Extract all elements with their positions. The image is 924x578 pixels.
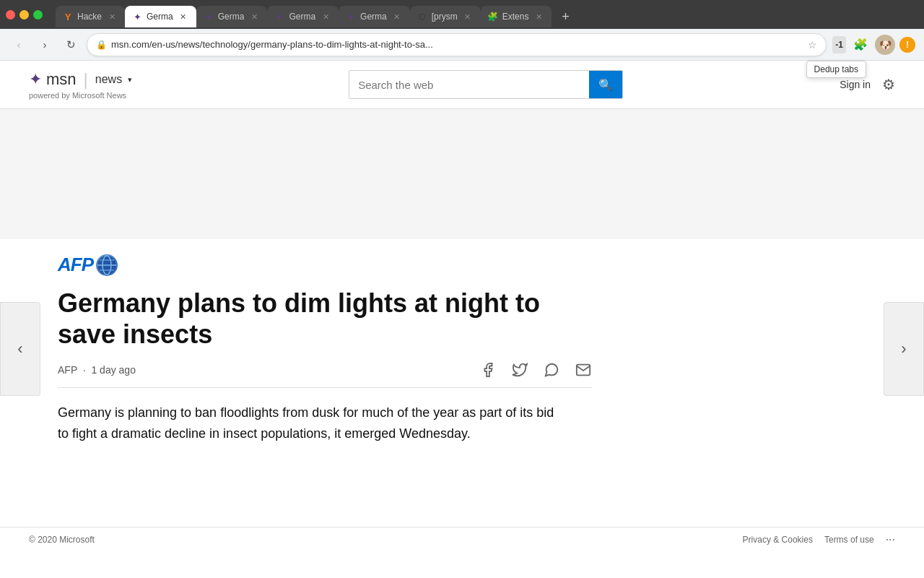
browser-tab-6[interactable]: ⬡ [prysm ✕ bbox=[410, 6, 481, 27]
header-actions: Sign in ⚙ bbox=[840, 76, 895, 93]
browser-tab-3[interactable]: ✦ Germa ✕ bbox=[196, 6, 268, 27]
browser-chrome: Y Hacke ✕ ✦ Germa ✕ ✦ Germa ✕ ✦ Germa ✕ bbox=[0, 0, 924, 61]
footer-right: Privacy & Cookies Terms of use ··· bbox=[743, 533, 895, 546]
tab-favicon-5: ✦ bbox=[346, 12, 356, 22]
traffic-lights bbox=[6, 10, 43, 20]
ext-badge-button[interactable]: -1 bbox=[832, 36, 846, 53]
tab-title-2: Germa bbox=[147, 12, 173, 22]
msn-powered-text: powered by Microsoft News bbox=[29, 91, 132, 100]
search-input[interactable] bbox=[349, 71, 589, 98]
browser-tab-7[interactable]: 🧩 Extens ✕ bbox=[481, 6, 552, 27]
tab-title-5: Germa bbox=[360, 12, 387, 22]
afp-logo-text: AFP bbox=[58, 254, 93, 276]
footer-more-button[interactable]: ··· bbox=[886, 533, 895, 546]
tab-title-4: Germa bbox=[289, 12, 315, 22]
tab-close-7[interactable]: ✕ bbox=[533, 11, 544, 22]
extensions-puzzle-icon[interactable]: 🧩 bbox=[850, 35, 871, 55]
msn-nav-label: news bbox=[95, 73, 122, 86]
next-article-button[interactable]: › bbox=[884, 302, 924, 396]
title-bar: Y Hacke ✕ ✦ Germa ✕ ✦ Germa ✕ ✦ Germa ✕ bbox=[0, 0, 924, 29]
browser-tab-1[interactable]: Y Hacke ✕ bbox=[56, 6, 125, 27]
tabs-bar: Y Hacke ✕ ✦ Germa ✕ ✦ Germa ✕ ✦ Germa ✕ bbox=[53, 1, 918, 27]
ad-space bbox=[0, 109, 924, 239]
tab-close-6[interactable]: ✕ bbox=[462, 11, 474, 22]
sign-in-button[interactable]: Sign in bbox=[840, 79, 871, 90]
afp-globe-icon bbox=[96, 254, 118, 276]
omnibar-actions: -1 🧩 🐶 ! bbox=[832, 35, 915, 55]
tab-favicon-3: ✦ bbox=[204, 12, 214, 22]
tab-favicon-2: ✦ bbox=[132, 12, 142, 22]
browser-tab-5[interactable]: ✦ Germa ✕ bbox=[339, 6, 410, 27]
page-content: ✦ msn | news ▾ powered by Microsoft News… bbox=[0, 61, 924, 552]
settings-gear-icon[interactable]: ⚙ bbox=[882, 76, 895, 93]
search-area: 🔍 bbox=[147, 70, 825, 99]
search-button[interactable]: 🔍 bbox=[589, 71, 622, 98]
close-window-button[interactable] bbox=[6, 10, 15, 20]
msn-logo-icon: ✦ bbox=[29, 70, 42, 89]
msn-header-divider: | bbox=[84, 69, 88, 90]
facebook-share-icon[interactable] bbox=[479, 361, 497, 379]
msn-logo-row: ✦ msn | news ▾ bbox=[29, 69, 132, 90]
msn-header: ✦ msn | news ▾ powered by Microsoft News… bbox=[0, 61, 924, 109]
maximize-window-button[interactable] bbox=[33, 10, 43, 20]
tab-favicon-6: ⬡ bbox=[417, 12, 427, 22]
tab-close-3[interactable]: ✕ bbox=[248, 11, 260, 22]
browser-tab-2[interactable]: ✦ Germa ✕ bbox=[125, 6, 196, 27]
tab-title-6: [prysm bbox=[432, 12, 458, 22]
msn-news-nav[interactable]: news ▾ bbox=[95, 73, 132, 86]
article-source: AFP · 1 day ago bbox=[58, 364, 136, 376]
twitter-share-icon[interactable] bbox=[511, 361, 528, 379]
bookmark-star-icon[interactable]: ☆ bbox=[808, 39, 817, 51]
forward-button[interactable]: › bbox=[35, 35, 55, 55]
article-meta: AFP · 1 day ago bbox=[58, 361, 592, 388]
msn-logo-group: ✦ msn | news ▾ powered by Microsoft News bbox=[29, 69, 132, 100]
profile-avatar-button[interactable]: 🐶 bbox=[875, 35, 895, 55]
search-icon: 🔍 bbox=[598, 78, 613, 92]
back-button[interactable]: ‹ bbox=[9, 35, 29, 55]
omnibar[interactable]: 🔒 msn.com/en-us/news/technology/germany-… bbox=[87, 33, 827, 56]
article-body: Germany is planning to ban floodlights f… bbox=[58, 402, 563, 444]
article-title: Germany plans to dim lights at night to … bbox=[58, 288, 563, 350]
tab-close-1[interactable]: ✕ bbox=[106, 11, 118, 22]
tab-title-1: Hacke bbox=[77, 12, 102, 22]
tab-close-4[interactable]: ✕ bbox=[320, 11, 331, 22]
tab-favicon-4: ✦ bbox=[274, 12, 284, 22]
footer-terms-link[interactable]: Terms of use bbox=[824, 535, 874, 545]
omnibar-row: ‹ › ↻ 🔒 msn.com/en-us/news/technology/ge… bbox=[0, 29, 924, 61]
new-tab-button[interactable]: + bbox=[554, 6, 576, 27]
dedup-tabs-tooltip: Dedup tabs bbox=[806, 61, 866, 78]
browser-tab-4[interactable]: ✦ Germa ✕ bbox=[267, 6, 339, 27]
security-lock-icon: 🔒 bbox=[96, 40, 107, 50]
msn-logo-text: msn bbox=[46, 70, 77, 89]
tab-close-2[interactable]: ✕ bbox=[178, 11, 189, 22]
reload-button[interactable]: ↻ bbox=[61, 35, 81, 55]
article-container: AFP Germany plans to dim lights at night… bbox=[0, 239, 650, 459]
tab-favicon-1: Y bbox=[63, 12, 73, 22]
share-icons bbox=[479, 361, 592, 379]
tab-title-7: Extens bbox=[502, 12, 529, 22]
warning-icon[interactable]: ! bbox=[899, 37, 915, 53]
tab-favicon-7: 🧩 bbox=[488, 12, 498, 22]
minimize-window-button[interactable] bbox=[19, 10, 29, 20]
footer-copyright: © 2020 Microsoft bbox=[29, 535, 95, 545]
page-footer: © 2020 Microsoft Privacy & Cookies Terms… bbox=[0, 527, 924, 552]
omnibar-url-text: msn.com/en-us/news/technology/germany-pl… bbox=[111, 39, 803, 50]
footer-privacy-link[interactable]: Privacy & Cookies bbox=[743, 535, 813, 545]
email-share-icon[interactable] bbox=[575, 361, 592, 379]
tab-title-3: Germa bbox=[218, 12, 245, 22]
whatsapp-share-icon[interactable] bbox=[543, 361, 560, 379]
tab-close-5[interactable]: ✕ bbox=[391, 11, 403, 22]
msn-nav-chevron: ▾ bbox=[128, 75, 132, 85]
search-box: 🔍 bbox=[349, 70, 623, 99]
afp-logo: AFP bbox=[58, 254, 592, 276]
